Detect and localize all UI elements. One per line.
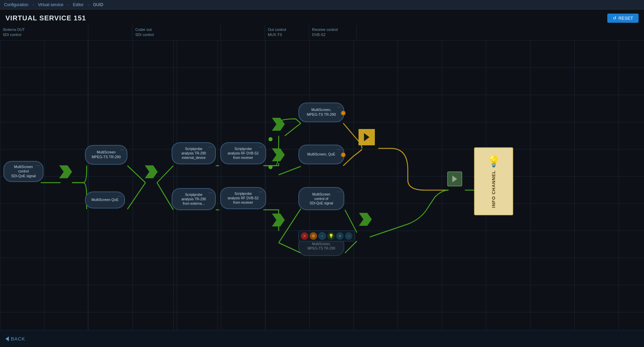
- yellow-forward-box[interactable]: [359, 129, 375, 145]
- page-header: VIRTUAL SERVICE 151 ↺ RESET: [0, 10, 644, 25]
- info-channel-label: INFO CHANNEL: [491, 170, 496, 208]
- play-button[interactable]: [447, 171, 462, 186]
- node-dots-6[interactable]: ···: [259, 144, 263, 149]
- info-channel-box[interactable]: 💡 INFO CHANNEL: [474, 147, 513, 215]
- node-dots-4[interactable]: ···: [208, 144, 212, 149]
- nav-configuration[interactable]: Configuration: [4, 2, 28, 7]
- column-headers: Sinterra OUT SDI control Coder out SDI c…: [0, 25, 644, 40]
- node-multiscreen-control[interactable]: ··· MultiScreencontrolSDI-QoE signal: [3, 161, 43, 182]
- page-title: VIRTUAL SERVICE 151: [5, 14, 86, 22]
- green-dot-2: [268, 165, 273, 169]
- node-dots-5[interactable]: ···: [208, 190, 212, 195]
- connector-orange-qoe: [341, 152, 346, 157]
- nav-bar: Configuration → Virtual service → Editor…: [0, 0, 644, 10]
- reset-label: RESET: [619, 16, 633, 21]
- node-dots-3[interactable]: ···: [118, 194, 122, 198]
- play-triangle-icon: [452, 176, 457, 182]
- tooltip-light[interactable]: 💡: [327, 232, 335, 240]
- node-dots-9[interactable]: ···: [337, 147, 341, 151]
- nav-sep-3: →: [86, 2, 90, 7]
- col-receive: Receive control DVB-S2: [309, 25, 357, 39]
- col-empty1: [88, 25, 133, 39]
- info-channel-icon: 💡: [487, 155, 501, 168]
- back-arrow-icon: [5, 336, 9, 341]
- bottom-bar: BACK: [0, 330, 644, 347]
- node-scriptprobe-tr290-from[interactable]: ··· Scriptprobeanalysis TR-290from exter…: [172, 188, 216, 210]
- tooltip-list[interactable]: ≡: [336, 232, 344, 240]
- reset-button[interactable]: ↺ RESET: [607, 14, 639, 23]
- nav-guid[interactable]: GUID: [93, 2, 103, 7]
- tooltip-edit[interactable]: ✕: [301, 232, 308, 240]
- node-dots-7[interactable]: ···: [259, 189, 263, 194]
- col-empty2: [221, 25, 265, 39]
- node-multiscreen-qoe-left[interactable]: ··· MultiScreen QoE: [85, 191, 125, 208]
- yellow-triangle-icon: [364, 133, 369, 141]
- back-label: BACK: [11, 336, 25, 342]
- col-outcontrol: Out control MUX-TS: [265, 25, 309, 39]
- grid-background: [0, 40, 644, 333]
- node-multiscreen-qoe-right[interactable]: ··· MultiScreen, QoE: [298, 145, 344, 164]
- col-divider-3: [217, 40, 218, 333]
- green-dot-1: [268, 137, 273, 141]
- col-coder: Coder out SDI control: [133, 25, 221, 39]
- node-dots-8[interactable]: ···: [337, 105, 341, 109]
- node-scriptprobe-rf-top[interactable]: ··· Scriptprobeanalysis RF DVB-S2from re…: [220, 142, 266, 164]
- reset-icon: ↺: [613, 16, 616, 21]
- nav-sep-1: →: [31, 2, 35, 7]
- node-tooltip: ✕ ⚙ ○ 💡 ≡ ···: [298, 231, 355, 241]
- main-canvas: ··· MultiScreencontrolSDI-QoE signal ···…: [0, 40, 644, 333]
- node-dots-10[interactable]: ···: [337, 189, 341, 194]
- node-scriptprobe-rf-bot[interactable]: ··· Scriptprobeanalysis RF DVB-S2from re…: [220, 187, 266, 209]
- node-multiscreen-mpeg[interactable]: ··· MultiScreenMPEG-TS TR-290: [85, 145, 127, 165]
- nav-virtual-service[interactable]: Virtual service: [38, 2, 63, 7]
- tooltip-more[interactable]: ···: [345, 232, 352, 240]
- nav-editor[interactable]: Editor: [73, 2, 84, 7]
- back-button[interactable]: BACK: [5, 336, 25, 342]
- node-multiscreen-mpeg-top[interactable]: ··· MultiScreen,MPEG-TS TR-290: [298, 103, 344, 122]
- col-divider-1: [88, 40, 88, 333]
- col-sinterra: Sinterra OUT SDI control: [0, 25, 88, 39]
- node-dots-2[interactable]: ···: [120, 147, 124, 152]
- node-multiscreen-control-right[interactable]: ··· MultiScreencontrol ofSDI-QoE signal: [298, 187, 344, 210]
- tooltip-warning[interactable]: ⚙: [310, 232, 317, 240]
- node-scriptprobe-tr290-ext[interactable]: ··· Scriptprobeanalysis TR-290external_d…: [172, 142, 216, 164]
- tooltip-circle[interactable]: ○: [318, 232, 326, 240]
- connector-orange-top: [341, 111, 346, 115]
- col-divider-4: [265, 40, 265, 333]
- col-divider-2: [173, 40, 174, 333]
- nav-sep-2: →: [66, 2, 70, 7]
- node-dots[interactable]: ···: [36, 163, 40, 168]
